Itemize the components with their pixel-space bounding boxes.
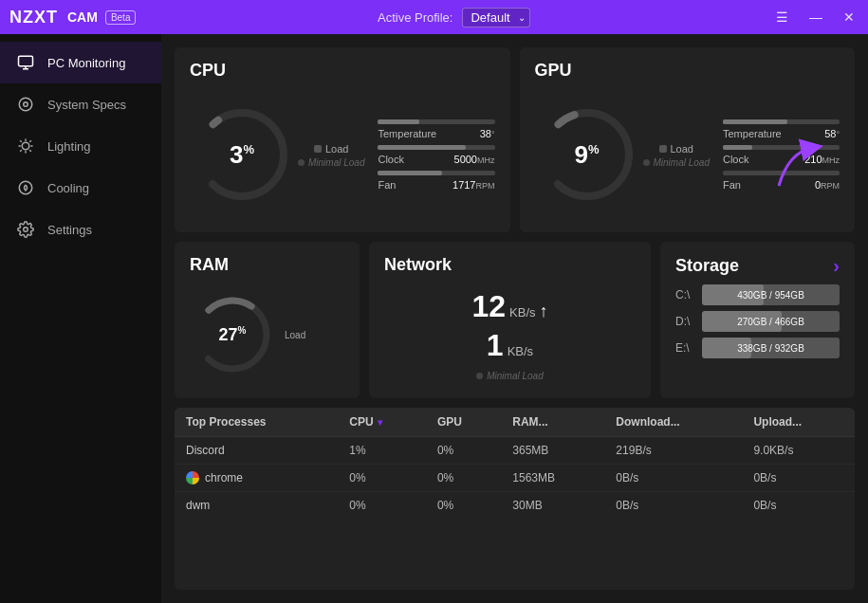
gpu-body: 9% Load Minimal Load — [535, 90, 840, 219]
cpu-clock-bar-fill — [378, 145, 465, 150]
sidebar-label-lighting: Lighting — [47, 139, 91, 154]
minimize-button[interactable]: — — [805, 8, 826, 27]
upload-arrow-icon: ↑ — [540, 302, 548, 321]
sidebar-item-system-specs[interactable]: System Specs — [0, 83, 161, 125]
gpu-fan-bar-bg — [723, 171, 840, 175]
proc-chrome-cpu: 0% — [338, 465, 426, 492]
network-title: Network — [384, 255, 636, 275]
profile-select[interactable]: Default — [462, 8, 530, 27]
col-cpu[interactable]: CPU▾ — [338, 408, 426, 437]
sidebar-label-settings: Settings — [47, 223, 92, 237]
sidebar-item-pc-monitoring[interactable]: PC Monitoring — [0, 42, 161, 83]
gpu-minimal-dot — [643, 159, 650, 166]
minimal-dot — [298, 159, 305, 166]
gpu-clock-row: Clock 210MHz — [723, 145, 840, 165]
upload-speed-row: 1 KB/s — [487, 328, 533, 363]
gpu-minimal-label: Minimal Load — [643, 157, 710, 168]
monitor-icon — [15, 52, 36, 73]
ram-gauge: 27% — [190, 292, 275, 377]
cpu-body: 3% Load Minimal Load — [190, 90, 495, 219]
gpu-temp-label: Temperature — [723, 128, 782, 139]
gpu-title: GPU — [535, 61, 840, 81]
cpu-fan-bar-fill — [378, 171, 442, 175]
cpu-fan-label-row: Fan 1717RPM — [378, 179, 494, 191]
cpu-load-label: Load — [314, 143, 348, 155]
processes-header-row: Top Processes CPU▾ GPU RAM... Download..… — [175, 408, 855, 437]
proc-dwm-cpu: 0% — [338, 492, 426, 520]
drive-e-label: E:\ — [675, 341, 696, 355]
gpu-clock-label-row: Clock 210MHz — [723, 154, 840, 165]
svg-line-13 — [29, 140, 31, 142]
cpu-gauge: 3% — [190, 102, 294, 207]
specs-icon — [15, 94, 36, 115]
svg-line-12 — [20, 150, 22, 152]
proc-chrome-dl: 0B/s — [604, 465, 742, 492]
ram-load-label: Load — [285, 330, 305, 340]
storage-rows: C:\ 430GB / 954GB D:\ 270GB / 466GB — [675, 284, 840, 358]
drive-c-bar: 430GB / 954GB — [702, 284, 840, 305]
sort-icon: ▾ — [378, 417, 382, 428]
gpu-temp-bar-bg — [723, 119, 840, 124]
col-gpu: GPU — [426, 408, 501, 437]
proc-chrome-ul: 0B/s — [742, 465, 855, 492]
cpu-temp-value: 38° — [480, 128, 495, 139]
sidebar-item-settings[interactable]: Settings — [0, 209, 161, 250]
gpu-fan-label: Fan — [723, 179, 741, 191]
proc-discord-ram: 365MB — [501, 437, 604, 465]
profile-dropdown-wrap[interactable]: Default ⌄ — [462, 8, 530, 27]
drive-d-bar: 270GB / 466GB — [702, 311, 840, 332]
cpu-gauge-text: 3% — [230, 140, 254, 170]
table-row: chrome 0% 0% 1563MB 0B/s 0B/s — [175, 465, 855, 492]
gpu-load-dot — [659, 145, 667, 153]
gpu-stats: Temperature 58° Clock 210MHz — [723, 119, 840, 191]
gpu-fan-value: 0RPM — [815, 179, 840, 191]
gpu-fan-row: Fan 0RPM — [723, 171, 840, 191]
proc-dwm-name: dwm — [175, 492, 338, 520]
processes-tbody: Discord 1% 0% 365MB 219B/s 9.0KB/s — [175, 437, 855, 520]
ram-gauge-text: 27% — [219, 325, 247, 345]
gpu-gauge: 9% — [535, 102, 639, 207]
cpu-fan-value: 1717RPM — [452, 179, 494, 191]
close-button[interactable]: ✕ — [840, 8, 859, 27]
cpu-title: CPU — [190, 61, 495, 81]
proc-discord-cpu: 1% — [338, 437, 426, 465]
cpu-card: CPU 3% — [175, 47, 510, 232]
lighting-icon — [15, 136, 36, 156]
download-speed-value: 12 — [471, 289, 506, 324]
gpu-temp-value: 58° — [824, 128, 840, 139]
proc-discord-name-wrap: Discord — [186, 444, 326, 457]
hamburger-button[interactable]: ☰ — [772, 8, 792, 27]
upload-speed-unit: KB/s — [508, 344, 533, 358]
ram-title: RAM — [190, 255, 344, 275]
app-name: CAM — [67, 9, 98, 25]
proc-dwm-name-wrap: dwm — [186, 499, 326, 512]
network-body: 12 KB/s ↑ 1 KB/s Minimal Load — [384, 284, 636, 385]
gpu-load-value: 9% — [574, 140, 599, 170]
gpu-clock-bar-fill — [723, 145, 752, 150]
nzxt-logo: NZXT — [9, 8, 58, 27]
proc-chrome-name: chrome — [175, 465, 338, 492]
proc-dwm-gpu: 0% — [426, 492, 501, 520]
svg-point-5 — [22, 142, 29, 150]
table-row: Discord 1% 0% 365MB 219B/s 9.0KB/s — [175, 437, 855, 465]
sidebar-item-cooling[interactable]: Cooling — [0, 167, 161, 209]
drive-d-row: D:\ 270GB / 466GB — [675, 311, 840, 332]
cpu-clock-value: 5000MHz — [454, 154, 495, 165]
sidebar-item-lighting[interactable]: Lighting — [0, 125, 161, 167]
cpu-fan-row: Fan 1717RPM — [378, 171, 494, 191]
storage-arrow-icon[interactable]: › — [833, 255, 840, 277]
cpu-load-value: 3% — [230, 140, 254, 170]
ram-card: RAM 27% Load — [175, 242, 360, 398]
cpu-temp-label-row: Temperature 38° — [378, 128, 494, 139]
gpu-fan-label-row: Fan 0RPM — [723, 179, 840, 191]
cpu-minimal-label: Minimal Load — [298, 157, 364, 168]
cpu-temp-label: Temperature — [378, 128, 436, 139]
network-minimal-dot — [476, 373, 483, 379]
cpu-clock-bar-bg — [378, 145, 494, 150]
drive-c-text: 430GB / 954GB — [737, 290, 804, 301]
cooling-icon — [15, 177, 36, 198]
drive-e-row: E:\ 338GB / 932GB — [675, 338, 840, 358]
sidebar-label-cooling: Cooling — [47, 181, 89, 195]
load-dot — [314, 145, 322, 153]
proc-dwm-dl: 0B/s — [604, 492, 742, 520]
